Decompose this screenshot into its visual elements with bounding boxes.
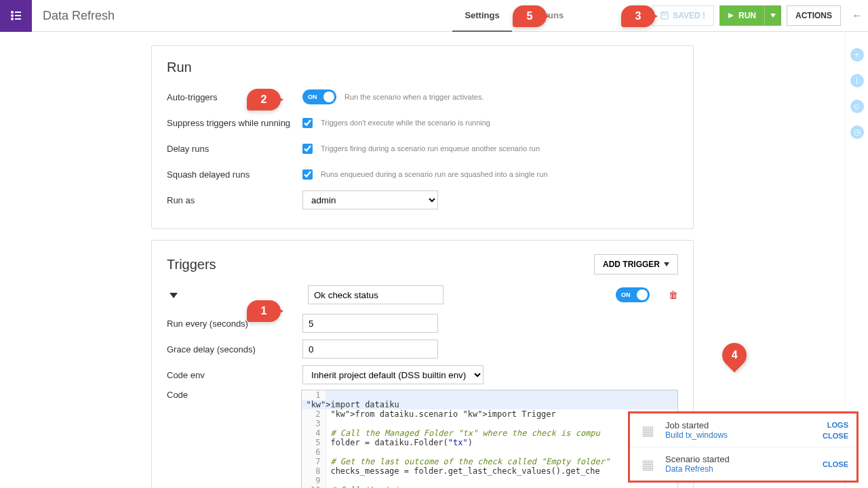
- run-as-label: Run as: [167, 195, 302, 205]
- delay-label: Delay runs: [167, 144, 302, 154]
- delay-checkbox[interactable]: [302, 144, 313, 154]
- tab-settings[interactable]: Settings: [452, 0, 511, 32]
- auto-triggers-toggle[interactable]: ON: [302, 89, 336, 104]
- triggers-panel: Triggers ADD TRIGGER ON 🗑 Run every (sec…: [151, 240, 694, 488]
- code-label: Code: [167, 390, 301, 400]
- main-menu-button[interactable]: [0, 0, 32, 32]
- calendar-icon: ▦: [638, 455, 657, 474]
- callout-2: 2: [247, 89, 281, 110]
- notification-item: ▦ Scenario started Data Refresh CLOSE: [630, 447, 856, 481]
- squash-label: Squash delayed runs: [167, 169, 302, 180]
- squash-checkbox[interactable]: [302, 169, 313, 180]
- run-panel: Run Auto-triggers ON Run the scenario wh…: [151, 45, 694, 229]
- suppress-label: Suppress triggers while running: [167, 118, 302, 128]
- code-env-label: Code env: [167, 370, 302, 380]
- callout-1: 1: [247, 300, 281, 322]
- grace-input[interactable]: [302, 340, 438, 359]
- run-heading: Run: [167, 60, 678, 75]
- notif-link[interactable]: Build tx_windows: [665, 430, 814, 440]
- actions-button[interactable]: ACTIONS: [787, 5, 841, 26]
- notification-item: ▦ Job started Build tx_windows LOGS CLOS…: [630, 413, 856, 447]
- rail-chat-icon[interactable]: ☺: [850, 100, 864, 113]
- chevron-down-icon: [664, 262, 669, 266]
- trigger-name-input[interactable]: [308, 285, 443, 304]
- list-icon: [9, 9, 23, 22]
- delete-trigger-icon[interactable]: 🗑: [669, 289, 678, 300]
- callout-5: 5: [513, 5, 547, 27]
- calendar-icon: ▦: [638, 421, 657, 440]
- svg-marker-11: [170, 293, 178, 298]
- play-icon: [728, 12, 734, 19]
- notif-close-link[interactable]: CLOSE: [823, 460, 848, 468]
- trigger-enable-toggle[interactable]: ON: [616, 287, 650, 302]
- notif-close-link[interactable]: CLOSE: [823, 432, 848, 440]
- svg-point-2: [12, 15, 13, 16]
- notif-link[interactable]: Data Refresh: [665, 464, 814, 474]
- grace-label: Grace delay (seconds): [167, 344, 302, 354]
- rail-history-icon[interactable]: ◷: [850, 125, 864, 139]
- collapse-trigger-icon[interactable]: [167, 289, 180, 300]
- svg-marker-8: [728, 13, 734, 18]
- callout-3: 3: [621, 5, 655, 27]
- code-env-select[interactable]: Inherit project default (DSS builtin env…: [302, 365, 484, 384]
- rail-add-icon[interactable]: +: [850, 48, 864, 62]
- chevron-down-icon: [770, 14, 776, 18]
- run-button[interactable]: RUN: [719, 5, 765, 26]
- run-as-select[interactable]: admin: [302, 190, 438, 209]
- svg-marker-10: [664, 262, 669, 266]
- notifications-panel: ▦ Job started Build tx_windows LOGS CLOS…: [628, 411, 859, 483]
- run-every-label: Run every (seconds): [167, 319, 302, 329]
- collapse-arrow-icon[interactable]: ←: [852, 9, 863, 22]
- notif-logs-link[interactable]: LOGS: [827, 421, 848, 429]
- page-title: Data Refresh: [43, 9, 115, 23]
- svg-point-4: [12, 18, 13, 20]
- add-trigger-button[interactable]: ADD TRIGGER: [594, 254, 678, 274]
- run-dropdown[interactable]: [765, 5, 781, 26]
- svg-point-0: [12, 12, 13, 13]
- callout-4: 4: [717, 338, 752, 373]
- suppress-checkbox[interactable]: [302, 118, 313, 128]
- triggers-heading: Triggers: [167, 257, 216, 272]
- run-every-input[interactable]: [302, 314, 438, 333]
- chevron-down-icon: [170, 293, 178, 298]
- code-editor[interactable]: 1"kw">import dataiku2"kw">from dataiku.s…: [301, 390, 678, 488]
- rail-info-icon[interactable]: i: [850, 74, 864, 87]
- svg-marker-9: [770, 14, 776, 18]
